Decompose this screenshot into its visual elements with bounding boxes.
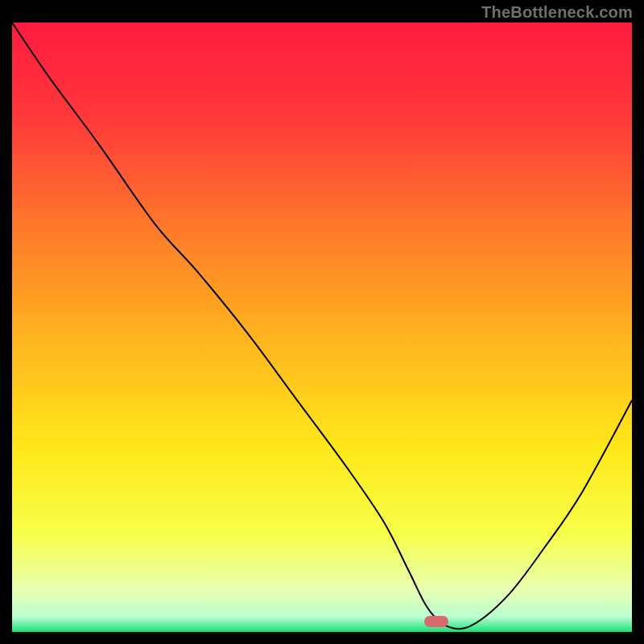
bottleneck-curve [12,23,632,632]
watermark-text: TheBottleneck.com [481,3,633,22]
chart-frame: TheBottleneck.com [0,0,644,644]
optimal-marker [424,616,448,627]
plot-area [12,23,632,632]
